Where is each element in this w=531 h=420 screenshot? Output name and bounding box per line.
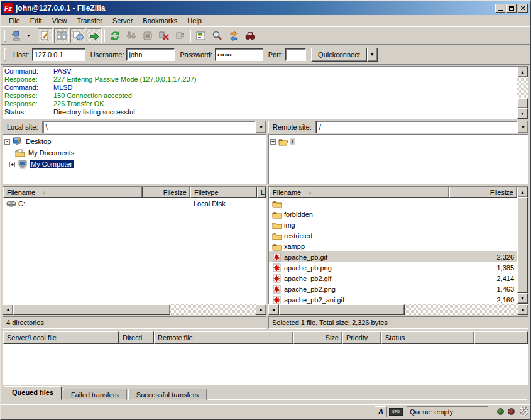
- scroll-right-icon[interactable]: ►: [518, 304, 528, 315]
- reconnect-button[interactable]: [173, 28, 188, 43]
- column-direction[interactable]: Directi...: [119, 331, 154, 344]
- remote-site-dropdown[interactable]: ▼: [518, 121, 528, 133]
- file-row[interactable]: forbidden: [269, 209, 517, 219]
- expand-icon[interactable]: +: [270, 139, 276, 145]
- minimize-button[interactable]: [495, 4, 505, 13]
- remote-vertical-scrollbar[interactable]: ▲ ▼: [517, 187, 528, 304]
- toolbar-grip[interactable]: [4, 30, 6, 42]
- tree-item-my-computer[interactable]: + My Computer: [4, 158, 265, 170]
- column-priority[interactable]: Priority: [342, 331, 381, 344]
- column-filename[interactable]: Filename▲: [3, 187, 143, 198]
- host-input[interactable]: [32, 48, 85, 61]
- file-row[interactable]: ..: [269, 198, 517, 209]
- file-row[interactable]: apache_pb2_ani.gif 2,160: [269, 294, 517, 304]
- local-list-body: C: Local Disk: [3, 198, 266, 304]
- scroll-thumb[interactable]: [13, 304, 170, 315]
- process-queue-button[interactable]: [124, 28, 139, 43]
- menu-transfer[interactable]: Transfer: [72, 16, 107, 26]
- data-type-indicator[interactable]: A: [375, 406, 387, 417]
- column-filetype[interactable]: Filetype: [190, 187, 257, 198]
- site-manager-dropdown[interactable]: ▼: [25, 29, 33, 43]
- scroll-up-icon[interactable]: ▲: [517, 187, 528, 197]
- quickconnect-grip[interactable]: [4, 48, 6, 61]
- menu-view[interactable]: View: [47, 16, 72, 26]
- directory-comparison-button[interactable]: [210, 28, 225, 43]
- tree-item-my-documents[interactable]: My Documents: [4, 147, 265, 158]
- port-input[interactable]: [285, 48, 306, 61]
- disconnect-button[interactable]: [156, 28, 172, 43]
- local-site-value[interactable]: \: [43, 121, 256, 133]
- quickconnect-dropdown[interactable]: ▼: [367, 48, 378, 62]
- cancel-operation-button[interactable]: [140, 28, 155, 43]
- scroll-left-icon[interactable]: ◄: [3, 304, 13, 315]
- scroll-down-icon[interactable]: ▼: [517, 293, 528, 304]
- menu-file[interactable]: File: [4, 16, 25, 26]
- username-input[interactable]: [126, 48, 175, 61]
- toggle-message-log-button[interactable]: [38, 28, 53, 43]
- tree-label[interactable]: My Documents: [27, 149, 75, 157]
- tab-failed-transfers[interactable]: Failed transfers: [63, 389, 127, 400]
- tree-label-selected[interactable]: My Computer: [30, 160, 74, 168]
- maximize-button[interactable]: [506, 4, 517, 13]
- column-last-modified[interactable]: L: [257, 187, 266, 198]
- synchronized-browsing-button[interactable]: [226, 28, 241, 43]
- tab-queued-files[interactable]: Queued files: [4, 386, 62, 400]
- queue-body[interactable]: [3, 344, 528, 384]
- local-site-dropdown[interactable]: ▼: [256, 121, 266, 133]
- column-status[interactable]: Status: [381, 331, 474, 344]
- tree-label[interactable]: Desktop: [25, 138, 52, 145]
- resize-grip[interactable]: [520, 407, 528, 416]
- find-files-button[interactable]: [243, 28, 258, 43]
- file-row[interactable]: apache_pb.png 1,385: [269, 262, 517, 273]
- scroll-left-icon[interactable]: ◄: [268, 304, 279, 315]
- toggle-local-tree-button[interactable]: [54, 28, 69, 43]
- file-row[interactable]: C: Local Disk: [3, 198, 266, 209]
- toggle-transfer-queue-button[interactable]: [87, 28, 102, 43]
- password-input[interactable]: [215, 48, 263, 61]
- message-log: Command:PASV Response:227 Entering Passi…: [3, 66, 528, 119]
- column-size[interactable]: Size: [293, 331, 342, 344]
- log-vertical-scrollbar[interactable]: ▲ ▼: [517, 67, 528, 119]
- refresh-button[interactable]: [107, 28, 123, 43]
- column-filesize[interactable]: Filesize: [449, 187, 517, 198]
- tree-item-desktop[interactable]: - Desktop: [4, 136, 265, 147]
- local-site-combo[interactable]: \ ▼: [43, 121, 266, 133]
- close-button[interactable]: ✕: [518, 4, 528, 13]
- scroll-up-icon[interactable]: ▲: [517, 67, 528, 77]
- tab-successful-transfers[interactable]: Successful transfers: [128, 389, 207, 400]
- column-remote-file[interactable]: Remote file: [154, 331, 293, 344]
- file-row[interactable]: restricted: [269, 230, 517, 241]
- menu-bookmarks[interactable]: Bookmarks: [138, 16, 182, 26]
- toggle-remote-tree-button[interactable]: [70, 28, 85, 43]
- site-manager-button[interactable]: [9, 28, 24, 43]
- file-row[interactable]: img: [269, 219, 517, 230]
- file-row-selected[interactable]: apache_pb.gif 2,326: [269, 251, 517, 262]
- tree-label[interactable]: /: [290, 138, 295, 145]
- local-file-list-pane: Filename▲ Filesize Filetype L C:: [3, 186, 266, 329]
- menu-help[interactable]: Help: [182, 16, 207, 26]
- scroll-right-icon[interactable]: ►: [256, 304, 266, 315]
- quickconnect-button[interactable]: Quickconnect: [311, 48, 367, 62]
- remote-site-value[interactable]: /: [316, 121, 518, 133]
- file-row[interactable]: apache_pb2.gif 2,414: [269, 273, 517, 284]
- scroll-down-icon[interactable]: ▼: [517, 108, 528, 119]
- filter-button[interactable]: [194, 28, 209, 43]
- local-horizontal-scrollbar[interactable]: ◄ ►: [3, 304, 266, 315]
- menu-edit[interactable]: Edit: [25, 16, 47, 26]
- scroll-thumb[interactable]: [517, 197, 528, 293]
- menu-server[interactable]: Server: [107, 16, 138, 26]
- remote-horizontal-scrollbar[interactable]: ◄ ►: [268, 304, 528, 315]
- column-server-local-file[interactable]: Server/Local file: [3, 331, 119, 344]
- speed-limit-icon[interactable]: SPD: [389, 408, 403, 416]
- collapse-icon[interactable]: -: [4, 139, 10, 145]
- expand-icon[interactable]: +: [9, 162, 15, 167]
- file-row[interactable]: apache_pb2.png 1,463: [269, 284, 517, 294]
- tree-item-root[interactable]: + /: [270, 136, 527, 147]
- scroll-thumb[interactable]: [517, 98, 528, 108]
- scroll-thumb[interactable]: [279, 304, 405, 315]
- site-manager-icon: [11, 30, 22, 41]
- column-filename[interactable]: Filename▲: [269, 187, 449, 198]
- remote-site-combo[interactable]: / ▼: [316, 121, 528, 133]
- column-filesize[interactable]: Filesize: [143, 187, 190, 198]
- file-row[interactable]: xampp: [269, 241, 517, 251]
